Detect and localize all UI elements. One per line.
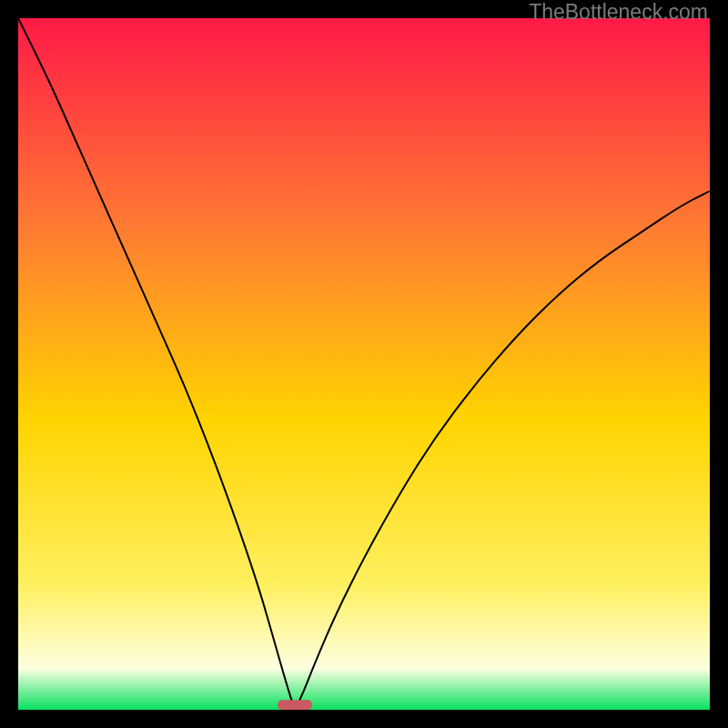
gradient-background [18, 18, 710, 710]
watermark-text: TheBottleneck.com [529, 0, 708, 25]
chart-frame [18, 18, 710, 710]
bottleneck-plot [18, 18, 710, 710]
minimum-marker [278, 700, 312, 710]
